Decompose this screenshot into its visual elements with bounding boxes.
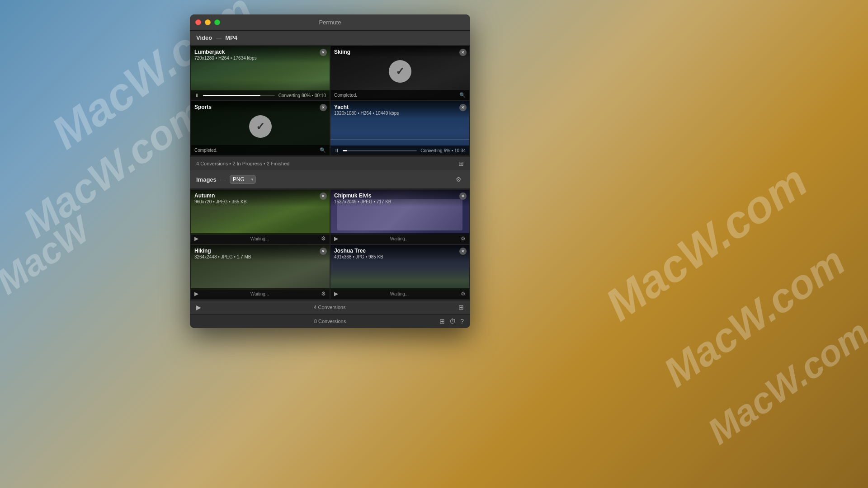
card-lumberjack: Lumberjack 720x1280 • H264 • 17634 kbps … xyxy=(191,46,330,100)
joshua-gear-icon[interactable]: ⚙ xyxy=(461,291,466,297)
lumberjack-progress-fill xyxy=(203,95,260,96)
card-yacht-close[interactable]: ✕ xyxy=(459,104,467,111)
images-play-button[interactable]: ▶ xyxy=(196,304,201,311)
images-dash: — xyxy=(220,176,226,183)
card-hiking-meta: 3264x2448 • JPEG • 1.7 MB xyxy=(194,254,326,259)
video-section-label-group: Video — MP4 xyxy=(196,34,237,41)
video-section-header: Video — MP4 xyxy=(190,31,470,45)
images-format-selector[interactable]: PNG JPEG TIFF BMP xyxy=(230,175,256,184)
video-format: MP4 xyxy=(225,34,237,41)
card-chipmunk-elvis: Chipmuk Elvis 1537x2049 • JPEG • 717 KB … xyxy=(330,190,469,244)
card-autumn-meta: 960x720 • JPEG • 365 KB xyxy=(194,199,326,204)
watermark-2: MacW.com xyxy=(14,89,213,247)
total-bar-inner: 8 Conversions ⊞ ⏱ ? xyxy=(196,318,464,325)
watermark-3: MacW xyxy=(0,209,98,303)
card-chipmunk-header: Chipmuk Elvis 1537x2049 • JPEG • 717 KB xyxy=(330,190,469,207)
video-section-label: Video xyxy=(196,34,212,41)
images-grid: Autumn 960x720 • JPEG • 365 KB ✕ ▶ Waiti… xyxy=(190,189,470,300)
card-hiking-close[interactable]: ✕ xyxy=(320,248,327,255)
images-summary-bar: ▶ 4 Conversions ⊞ xyxy=(190,300,470,314)
watermark-4: MacW.com xyxy=(596,155,817,331)
card-chipmunk-title: Chipmuk Elvis xyxy=(334,192,466,199)
total-clock-icon[interactable]: ⏱ xyxy=(449,318,456,325)
sports-status-text: Completed. xyxy=(194,148,217,153)
images-format-selector-wrap: PNG JPEG TIFF BMP xyxy=(230,175,256,184)
autumn-waiting-text: Waiting... xyxy=(250,236,269,241)
video-summary-bar: 4 Conversions • 2 In Progress • 2 Finish… xyxy=(190,156,470,170)
images-section-header: Images — PNG JPEG TIFF BMP ⚙ xyxy=(190,170,470,189)
yacht-pause-icon[interactable]: ⏸ xyxy=(334,148,339,153)
total-icons: ⊞ ⏱ ? xyxy=(439,318,464,325)
hiking-waiting-text: Waiting... xyxy=(250,291,269,296)
hiking-gear-icon[interactable]: ⚙ xyxy=(321,291,326,297)
skiing-search-icon[interactable]: 🔍 xyxy=(459,92,466,98)
card-skiing-header: Skiing xyxy=(330,46,469,58)
card-hiking-header: Hiking 3264x2448 • JPEG • 1.7 MB xyxy=(191,245,330,262)
card-joshua-close[interactable]: ✕ xyxy=(459,248,467,255)
sports-checkmark xyxy=(249,115,272,138)
card-skiing-title: Skiing xyxy=(334,49,466,55)
lumberjack-status-text: Converting 80% • 00:10 xyxy=(278,93,326,98)
autumn-gear-icon[interactable]: ⚙ xyxy=(321,235,326,242)
card-sports: Sports ✕ Completed. 🔍 xyxy=(191,101,330,155)
card-autumn-footer: ▶ Waiting... ⚙ xyxy=(191,233,330,244)
card-joshua-title: Joshua Tree xyxy=(334,248,466,254)
watermark-5: MacW.com xyxy=(655,238,854,396)
card-autumn-close[interactable]: ✕ xyxy=(320,192,327,200)
yacht-progress-fill xyxy=(343,150,347,151)
lumberjack-progress-bar xyxy=(203,95,275,96)
card-skiing: Skiing ✕ Completed. 🔍 xyxy=(330,46,469,100)
card-autumn-title: Autumn xyxy=(194,192,326,199)
total-help-icon[interactable]: ? xyxy=(460,318,464,325)
video-summary-text: 4 Conversions • 2 In Progress • 2 Finish… xyxy=(196,161,289,166)
card-hiking: Hiking 3264x2448 • JPEG • 1.7 MB ✕ ▶ Wai… xyxy=(191,245,330,299)
card-lumberjack-title: Lumberjack xyxy=(194,49,326,55)
app-window: Permute Video — MP4 Lumberjack 720x1280 … xyxy=(190,14,470,328)
images-stack-icon[interactable]: ⊞ xyxy=(458,304,464,311)
lumberjack-pause-icon[interactable]: ⏸ xyxy=(194,93,199,98)
joshua-play-icon[interactable]: ▶ xyxy=(334,291,338,297)
close-button[interactable] xyxy=(195,19,201,25)
autumn-play-icon[interactable]: ▶ xyxy=(194,235,198,242)
card-chipmunk-meta: 1537x2049 • JPEG • 717 KB xyxy=(334,199,466,204)
video-stack-icon[interactable]: ⊞ xyxy=(458,160,464,167)
card-joshua-tree: Joshua Tree 491x368 • JPG • 985 KB ✕ ▶ W… xyxy=(330,245,469,299)
card-joshua-meta: 491x368 • JPG • 985 KB xyxy=(334,254,466,259)
traffic-lights xyxy=(195,19,220,25)
card-sports-title: Sports xyxy=(194,104,326,110)
maximize-button[interactable] xyxy=(214,19,220,25)
chipmunk-gear-icon[interactable]: ⚙ xyxy=(461,235,466,242)
sports-search-icon[interactable]: 🔍 xyxy=(320,147,326,153)
card-skiing-close[interactable]: ✕ xyxy=(459,49,467,56)
card-joshua-header: Joshua Tree 491x368 • JPG • 985 KB xyxy=(330,245,469,262)
total-conversions-text: 8 Conversions xyxy=(314,319,346,324)
joshua-waiting-text: Waiting... xyxy=(390,291,409,296)
card-lumberjack-header: Lumberjack 720x1280 • H264 • 17634 kbps xyxy=(191,46,330,63)
card-autumn-header: Autumn 960x720 • JPEG • 365 KB xyxy=(191,190,330,207)
card-chipmunk-close[interactable]: ✕ xyxy=(459,192,467,200)
images-section-label: Images xyxy=(196,176,217,183)
skiing-checkmark xyxy=(389,60,411,83)
total-stack-icon[interactable]: ⊞ xyxy=(439,318,445,325)
card-lumberjack-close[interactable]: ✕ xyxy=(320,49,327,56)
card-sports-status: Completed. 🔍 xyxy=(191,145,330,155)
card-yacht: Yacht 868x488 • H264 • 10449 kbps ✕ ⏸ … xyxy=(330,101,469,155)
card-lumberjack-meta: 720x1280 • H264 • 17634 kbps xyxy=(194,56,326,61)
title-bar: Permute xyxy=(190,14,470,31)
yacht-progress-bar xyxy=(343,150,417,151)
window-title: Permute xyxy=(319,19,341,26)
video-dash: — xyxy=(216,34,222,41)
card-skiing-status: Completed. 🔍 xyxy=(330,90,469,100)
minimize-button[interactable] xyxy=(205,19,211,25)
card-yacht-status: ⏸ Converting 6% • 10:34 xyxy=(330,145,469,155)
card-joshua-footer: ▶ Waiting... ⚙ xyxy=(330,288,469,299)
hiking-play-icon[interactable]: ▶ xyxy=(194,291,198,297)
chipmunk-play-icon[interactable]: ▶ xyxy=(334,235,338,242)
card-sports-close[interactable]: ✕ xyxy=(320,104,327,111)
card-yacht-meta: 868x488 • H264 • 10449 kbps xyxy=(334,111,466,116)
skiing-status-text: Completed. xyxy=(334,93,357,98)
video-grid: Lumberjack 720x1280 • H264 • 17634 kbps … xyxy=(190,45,470,156)
watermark-6: MacW.com xyxy=(700,312,868,453)
images-gear-icon[interactable]: ⚙ xyxy=(453,174,464,185)
images-summary-text: 4 Conversions xyxy=(314,305,345,310)
